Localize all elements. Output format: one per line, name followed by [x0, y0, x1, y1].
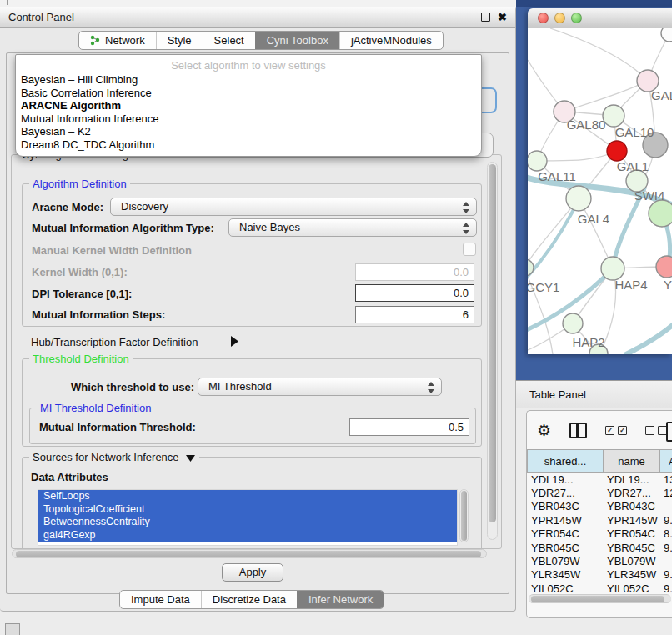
table-row[interactable]: YLR345WYLR345W9. — [527, 568, 672, 582]
table-row[interactable]: YPR145WYPR145W9. — [527, 513, 672, 527]
table-toolbar: ⚙ ✓ ✓ — [527, 411, 672, 449]
control-panel: Control Panel ✖ Network Style Select Cyn… — [0, 7, 516, 612]
attribute-item[interactable]: SelfLoops — [38, 490, 457, 503]
gear-icon[interactable]: ⚙ — [537, 422, 551, 438]
expanded-arrow-icon[interactable] — [185, 454, 196, 462]
select-all-icon[interactable]: ✓ ✓ — [605, 426, 627, 435]
dropdown-item[interactable]: Bayesian – Hill Climbing — [16, 73, 481, 87]
mi-threshold-group: MI Threshold Definition Mutual Informati… — [29, 408, 476, 444]
settings-hscrollbar-thumb[interactable] — [16, 551, 481, 558]
dropdown-item-selected[interactable]: ARACNE Algorithm — [16, 99, 481, 112]
columns-icon[interactable] — [569, 422, 587, 438]
node-hap2[interactable] — [563, 313, 583, 333]
attribute-item[interactable]: TopologicalCoefficient — [38, 503, 457, 517]
attribute-item[interactable]: BetweennessCentrality — [38, 516, 457, 529]
node-label: GAL11 — [538, 169, 576, 183]
kernel-width-field[interactable]: 0.0 — [355, 263, 474, 281]
collapsed-arrow-icon[interactable] — [230, 335, 239, 348]
mi-algorithm-type-combobox[interactable]: Naive Bayes — [228, 218, 477, 237]
table-row[interactable]: YBR043CYBR043C — [527, 500, 672, 513]
settings-vertical-scrollbar[interactable] — [487, 162, 498, 540]
tab-impute-data-label: Impute Data — [131, 593, 190, 606]
node-gcy1[interactable] — [528, 259, 534, 276]
tab-style[interactable]: Style — [156, 32, 203, 49]
float-panel-icon[interactable] — [481, 12, 490, 22]
hub-definition-label[interactable]: Hub/Transcription Factor Definition — [31, 336, 198, 348]
table-row[interactable]: YDR27...YDR27...12 — [527, 486, 672, 499]
tab-infer-network[interactable]: Infer Network — [297, 591, 384, 608]
settings-scrollbar-thumb[interactable] — [489, 164, 496, 522]
node[interactable] — [656, 256, 672, 278]
table-hscrollbar-thumb[interactable] — [531, 596, 664, 602]
tab-impute-data[interactable]: Impute Data — [120, 591, 201, 608]
dropdown-item[interactable]: Mutual Information Inference — [16, 112, 481, 126]
column-header-partial[interactable]: A — [660, 450, 672, 472]
aracne-mode-combobox[interactable]: Discovery — [110, 198, 477, 216]
mi-steps-label: Mutual Information Steps: — [32, 308, 165, 321]
table-row[interactable]: YBL079WYBL079W — [527, 554, 672, 568]
data-attributes-label: Data Attributes — [31, 471, 108, 483]
table-row[interactable]: YDL19...YDL19...13 — [527, 472, 672, 486]
combo-spinner-icon — [463, 222, 469, 235]
dropdown-item[interactable]: Bayesian – K2 — [16, 125, 481, 138]
apply-button[interactable]: Apply — [222, 563, 283, 582]
node-label: Y — [664, 278, 672, 292]
column-header-name[interactable]: name — [604, 450, 660, 472]
window-zoom-button[interactable] — [571, 12, 582, 23]
node-label: GAL4 — [578, 212, 609, 226]
attributes-scrollbar[interactable] — [459, 489, 469, 542]
cyni-bottom-tabs: Impute Data Discretize Data Infer Networ… — [119, 590, 384, 609]
node-label: GAL10 — [615, 125, 654, 139]
tab-cyni-toolbox-label: Cyni Toolbox — [267, 34, 328, 47]
table-row[interactable]: YBR045CYBR045C9. — [527, 541, 672, 554]
data-attributes-list: SelfLoops TopologicalCoefficient Between… — [38, 489, 458, 546]
table-row[interactable]: YIL052CYIL052C9. — [527, 582, 672, 595]
mi-threshold-field[interactable]: 0.5 — [349, 418, 469, 436]
node-table: shared... name A — [527, 449, 672, 472]
node-gal11[interactable] — [528, 151, 547, 171]
network-canvas[interactable]: GAL GAL80 GAL10 GAL1 GAL11 SWI4 GAL4 GCY… — [528, 28, 672, 354]
attribute-item[interactable]: gal4RGexp — [38, 529, 457, 542]
desktop-top-strip — [516, 0, 672, 8]
node[interactable] — [661, 28, 672, 42]
mi-steps-field[interactable]: 6 — [355, 306, 474, 323]
dropdown-item[interactable]: Basic Correlation Inference — [16, 87, 481, 100]
network-window-titlebar — [528, 8, 672, 28]
node-gal1[interactable] — [607, 141, 627, 161]
settings-horizontal-scrollbar[interactable] — [12, 549, 487, 558]
document-icon[interactable] — [666, 422, 672, 442]
dpi-tolerance-field[interactable]: 0.0 — [355, 284, 474, 302]
mi-algorithm-type-value: Naive Bayes — [239, 221, 300, 233]
tab-jactivemnodules[interactable]: jActiveMNodules — [339, 32, 443, 49]
restore-panel-icon[interactable] — [5, 623, 20, 635]
node-gal4[interactable] — [566, 186, 591, 211]
window-close-button[interactable] — [538, 12, 549, 23]
tab-network[interactable]: Network — [79, 32, 156, 49]
tab-jactivemnodules-label: jActiveMNodules — [351, 34, 432, 47]
dropdown-placeholder: Select algorithm to view settings — [16, 58, 481, 73]
network-icon — [90, 35, 101, 46]
node-hap4[interactable] — [601, 257, 624, 280]
window-minimize-button[interactable] — [554, 12, 565, 23]
table-row[interactable]: YER054CYER054C8. — [527, 528, 672, 541]
deselect-all-icon[interactable] — [645, 426, 667, 435]
cyni-algorithm-settings-group: Cyni Algorithm Settings Algorithm Defini… — [11, 154, 502, 549]
dropdown-item[interactable]: Dream8 DC_TDC Algorithm — [16, 138, 481, 152]
column-header-shared-name[interactable]: shared... — [528, 450, 604, 472]
tab-discretize-data-label: Discretize Data — [213, 593, 286, 606]
edges-highlighted — [528, 177, 672, 354]
table-horizontal-scrollbar[interactable] — [529, 594, 671, 603]
tab-infer-network-label: Infer Network — [308, 593, 373, 606]
which-threshold-combobox[interactable]: MI Threshold — [198, 378, 442, 396]
node[interactable] — [649, 200, 672, 227]
attributes-scrollbar-thumb[interactable] — [461, 491, 467, 541]
tab-select[interactable]: Select — [203, 32, 255, 49]
mi-algorithm-type-label: Mutual Information Algorithm Type: — [32, 222, 214, 234]
tab-cyni-toolbox[interactable]: Cyni Toolbox — [255, 32, 339, 49]
table-panel-header: Table Panel — [516, 380, 672, 408]
manual-kernel-width-checkbox[interactable] — [463, 242, 476, 256]
kernel-width-label: Kernel Width (0,1): — [32, 266, 128, 278]
node-gal10[interactable] — [603, 105, 624, 127]
tab-discretize-data[interactable]: Discretize Data — [201, 591, 297, 608]
close-panel-icon[interactable]: ✖ — [498, 13, 507, 21]
